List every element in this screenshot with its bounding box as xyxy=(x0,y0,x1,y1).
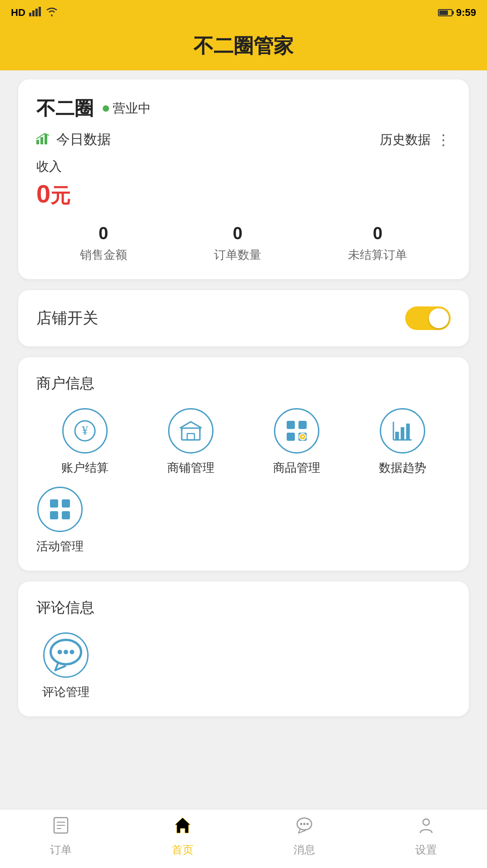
svg-text:+: + xyxy=(301,434,304,440)
svg-rect-1 xyxy=(32,10,35,16)
store-toggle-card: 店铺开关 xyxy=(18,290,469,346)
svg-rect-14 xyxy=(298,421,307,429)
activity-label: 活动管理 xyxy=(36,538,84,554)
merchant-menu-grid: ¥ 账户结算 商铺管理 xyxy=(36,408,451,476)
comment-info-card: 评论信息 评论管理 xyxy=(18,582,469,716)
svg-point-40 xyxy=(303,823,306,825)
svg-text:¥: ¥ xyxy=(82,423,88,437)
store-label: 商铺管理 xyxy=(167,460,214,476)
merchant-menu-bottom: 活动管理 xyxy=(36,487,451,554)
bottom-nav: 订单 首页 消息 设置 xyxy=(0,809,487,868)
menu-item-comment[interactable]: 评论管理 xyxy=(36,632,95,700)
comment-icon-wrapper xyxy=(43,632,89,678)
svg-point-39 xyxy=(300,823,303,825)
svg-rect-23 xyxy=(406,424,410,440)
app-header: 不二圈管家 xyxy=(0,25,487,70)
merchant-section-title: 商户信息 xyxy=(36,374,451,394)
stats-row: 0 销售金额 0 订单数量 0 未结算订单 xyxy=(36,224,451,263)
menu-item-trend[interactable]: 数据趋势 xyxy=(354,408,451,476)
stat-sales: 0 销售金额 xyxy=(80,224,127,263)
stat-orders: 0 订单数量 xyxy=(214,224,261,263)
svg-rect-10 xyxy=(187,434,194,440)
chart-small-icon xyxy=(36,132,51,148)
home-icon xyxy=(173,816,192,839)
nav-item-order[interactable]: 订单 xyxy=(0,816,122,857)
svg-point-42 xyxy=(423,819,429,825)
svg-rect-27 xyxy=(62,511,70,519)
stat-sales-value: 0 xyxy=(99,224,108,243)
stat-pending-label: 未结算订单 xyxy=(348,247,407,263)
store-name: 不二圈 xyxy=(36,96,94,121)
nav-order-label: 订单 xyxy=(50,843,72,857)
wifi-icon xyxy=(45,6,58,19)
revenue-value: 0 xyxy=(36,179,50,208)
merchant-info-card: 商户信息 ¥ 账户结算 xyxy=(18,357,469,571)
nav-item-home[interactable]: 首页 xyxy=(122,816,244,857)
history-data-label[interactable]: 历史数据 xyxy=(380,131,431,148)
nav-message-label: 消息 xyxy=(293,843,315,857)
stat-pending-value: 0 xyxy=(373,224,383,243)
signal-icon xyxy=(29,6,42,19)
svg-rect-25 xyxy=(62,499,70,508)
nav-item-settings[interactable]: 设置 xyxy=(365,816,487,857)
products-label: 商品管理 xyxy=(273,460,320,476)
store-data-card: 不二圈 营业中 今日数据 历史数据 ⋮ 收入 0元 xyxy=(18,79,469,279)
svg-rect-22 xyxy=(401,427,404,440)
store-toggle-switch[interactable] xyxy=(405,306,451,330)
order-icon xyxy=(51,816,70,839)
svg-marker-37 xyxy=(175,818,190,833)
account-label: 账户结算 xyxy=(61,460,109,476)
history-area: 历史数据 ⋮ xyxy=(380,131,451,148)
nav-item-message[interactable]: 消息 xyxy=(244,816,365,857)
store-header: 不二圈 营业中 xyxy=(36,96,451,121)
trend-label: 数据趋势 xyxy=(379,460,426,476)
more-icon[interactable]: ⋮ xyxy=(436,131,451,148)
stat-pending: 0 未结算订单 xyxy=(348,224,407,263)
menu-item-activity[interactable]: 活动管理 xyxy=(36,487,84,554)
battery-icon xyxy=(438,9,452,16)
hd-label: HD xyxy=(11,7,25,19)
status-dot xyxy=(103,105,109,112)
svg-rect-24 xyxy=(50,499,58,508)
message-icon xyxy=(295,816,314,839)
data-row: 今日数据 历史数据 ⋮ xyxy=(36,130,451,149)
svg-rect-4 xyxy=(36,140,39,144)
svg-rect-26 xyxy=(50,511,58,519)
svg-rect-13 xyxy=(287,421,295,429)
revenue-amount: 0元 xyxy=(36,179,451,209)
stat-orders-value: 0 xyxy=(233,224,242,243)
nav-home-label: 首页 xyxy=(172,843,194,857)
svg-point-31 xyxy=(70,650,74,654)
stat-orders-label: 订单数量 xyxy=(214,247,261,263)
menu-item-account[interactable]: ¥ 账户结算 xyxy=(36,408,133,476)
nav-settings-label: 设置 xyxy=(415,843,437,857)
revenue-label: 收入 xyxy=(36,158,451,175)
trend-icon-wrapper xyxy=(380,408,425,454)
app-title: 不二圈管家 xyxy=(0,33,487,59)
activity-icon-wrapper xyxy=(37,487,83,532)
svg-rect-2 xyxy=(35,9,38,16)
today-data[interactable]: 今日数据 xyxy=(36,130,111,149)
status-text: 营业中 xyxy=(113,100,151,117)
svg-rect-6 xyxy=(45,134,47,144)
today-data-label: 今日数据 xyxy=(56,130,111,149)
settings-icon xyxy=(417,816,436,839)
revenue-unit: 元 xyxy=(50,184,70,207)
comment-label: 评论管理 xyxy=(42,684,89,700)
comment-section-title: 评论信息 xyxy=(36,598,451,618)
time-display: 9:59 xyxy=(456,7,476,19)
svg-rect-15 xyxy=(287,433,295,441)
status-bar: HD 9:59 xyxy=(0,0,487,25)
toggle-knob xyxy=(429,308,449,328)
svg-rect-0 xyxy=(29,13,31,16)
toggle-label: 店铺开关 xyxy=(36,308,98,329)
svg-rect-3 xyxy=(39,7,41,16)
svg-rect-5 xyxy=(40,137,43,144)
account-icon-wrapper: ¥ xyxy=(62,408,108,454)
svg-point-30 xyxy=(64,650,68,654)
products-icon-wrapper: + xyxy=(274,408,319,454)
menu-item-store[interactable]: 商铺管理 xyxy=(142,408,239,476)
status-left: HD xyxy=(11,6,58,19)
svg-point-41 xyxy=(307,823,309,825)
menu-item-products[interactable]: + 商品管理 xyxy=(248,408,345,476)
